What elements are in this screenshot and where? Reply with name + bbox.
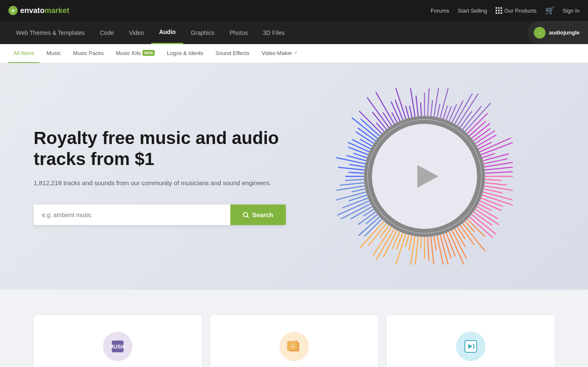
hero-content: Royalty free music and audio tracks from… — [34, 128, 286, 225]
svg-line-61 — [440, 235, 448, 265]
svg-line-49 — [472, 215, 496, 234]
packs-icon-svg: ♫ — [287, 339, 302, 354]
svg-line-83 — [366, 215, 377, 223]
hero-section: Royalty free music and audio tracks from… — [0, 63, 588, 290]
audiojungle-text: audiojungle — [549, 29, 580, 36]
svg-line-95 — [345, 180, 364, 181]
nav-3d-files[interactable]: 3D Files — [256, 21, 292, 44]
svg-line-92 — [352, 189, 365, 192]
nav-photos[interactable]: Photos — [222, 21, 256, 44]
svg-line-63 — [434, 236, 436, 250]
svg-line-16 — [455, 94, 472, 124]
svg-line-34 — [485, 167, 513, 170]
svg-text:♪: ♪ — [539, 31, 541, 35]
envato-text: envatomarket — [20, 6, 69, 15]
search-icon — [243, 212, 249, 218]
svg-line-98 — [338, 168, 364, 170]
audiojungle-badge[interactable]: ♪ audiojungle — [527, 21, 588, 44]
svg-line-118 — [391, 102, 400, 121]
main-navigation: Web Themes & Templates Code Video Audio … — [0, 21, 588, 44]
svg-line-125 — [420, 103, 421, 115]
svg-line-77 — [373, 228, 391, 256]
envato-logo[interactable]: e envatomarket — [8, 6, 69, 15]
svg-line-10 — [437, 104, 440, 117]
nav-code[interactable]: Code — [92, 21, 121, 44]
svg-line-122 — [409, 106, 411, 117]
forums-link[interactable]: Forums — [431, 8, 449, 14]
subnav-all-items[interactable]: All Items — [8, 44, 40, 63]
audiojungle-icon: ♪ — [536, 29, 543, 37]
svg-line-43 — [481, 198, 503, 207]
svg-line-74 — [392, 232, 400, 248]
svg-line-97 — [349, 173, 364, 173]
nav-audio[interactable]: Audio — [151, 21, 183, 44]
svg-line-14 — [449, 105, 456, 121]
svg-line-7 — [427, 88, 429, 115]
start-selling-link[interactable]: Start Selling — [458, 8, 487, 14]
svg-line-40 — [484, 189, 502, 193]
svg-line-109 — [352, 118, 377, 138]
audiojungle-logo-circle: ♪ — [534, 27, 546, 39]
music-card: MUSIC Music Royalty-free music clips for… — [34, 315, 202, 367]
svg-line-55 — [457, 228, 464, 239]
subnav-logos-idents[interactable]: Logos & Idents — [162, 44, 208, 63]
subnav-sound-effects[interactable]: Sound Effects — [211, 44, 255, 63]
sound-effects-card: Sound Effects All the Sound Effects for … — [387, 315, 555, 367]
sub-navigation: All Items Music Music Packs Music Kits N… — [0, 44, 588, 63]
hero-title: Royalty free music and audio tracks from… — [34, 128, 286, 170]
search-button[interactable]: Search — [230, 204, 286, 225]
svg-line-50 — [469, 217, 492, 238]
sign-in-button[interactable]: Sign In — [563, 8, 580, 14]
grid-icon — [496, 7, 502, 14]
svg-line-68 — [414, 237, 418, 265]
svg-line-103 — [348, 147, 367, 155]
cards-section: MUSIC Music Royalty-free music clips for… — [0, 290, 588, 367]
nav-graphics[interactable]: Graphics — [183, 21, 222, 44]
svg-line-82 — [359, 217, 379, 236]
top-navigation: e envatomarket Forums Start Selling Our … — [0, 0, 588, 21]
svg-line-115 — [383, 113, 391, 126]
svg-line-116 — [376, 92, 394, 123]
svg-line-60 — [443, 234, 451, 258]
svg-text:e: e — [12, 8, 15, 13]
new-badge: NEW — [142, 50, 155, 56]
music-packs-card-icon: ♫ — [279, 332, 309, 361]
svg-line-12 — [443, 106, 447, 118]
svg-line-41 — [483, 192, 512, 200]
svg-line-124 — [416, 96, 418, 116]
svg-line-79 — [368, 224, 386, 246]
our-products-menu[interactable]: Our Products — [496, 7, 537, 14]
nav-video[interactable]: Video — [121, 21, 152, 44]
svg-line-71 — [406, 235, 409, 246]
svg-line-119 — [395, 100, 403, 120]
svg-line-8 — [431, 101, 432, 116]
svg-text:MUSIC: MUSIC — [110, 343, 125, 350]
svg-line-99 — [350, 165, 364, 167]
svg-line-121 — [406, 106, 409, 118]
nav-web-themes[interactable]: Web Themes & Templates — [8, 21, 92, 44]
music-card-icon: MUSIC — [103, 332, 132, 361]
svg-line-94 — [340, 183, 364, 185]
visualization-svg — [336, 88, 513, 265]
svg-line-93 — [336, 186, 364, 191]
subnav-video-maker[interactable]: Video Maker ↗ — [256, 44, 302, 63]
svg-line-80 — [360, 222, 383, 247]
subnav-music-kits[interactable]: Music Kits NEW — [111, 44, 160, 63]
svg-line-5 — [247, 216, 248, 218]
svg-line-78 — [380, 225, 388, 237]
subnav-music-packs[interactable]: Music Packs — [68, 44, 109, 63]
svg-line-100 — [336, 157, 365, 164]
svg-line-76 — [376, 229, 394, 260]
sound-effects-card-icon — [456, 332, 485, 361]
music-icon-svg: MUSIC — [110, 339, 125, 354]
main-nav-items: Web Themes & Templates Code Video Audio … — [8, 21, 292, 44]
music-packs-card: ♫ Music Packs Different tracks related t… — [210, 315, 378, 367]
svg-text:♫: ♫ — [290, 342, 295, 349]
cart-icon[interactable]: 🛒 — [545, 6, 554, 15]
svg-line-102 — [353, 153, 366, 157]
envato-logo-icon: e — [8, 6, 18, 15]
search-input[interactable] — [34, 204, 230, 225]
svg-line-111 — [359, 111, 381, 133]
subnav-music[interactable]: Music — [42, 44, 66, 63]
svg-line-37 — [485, 180, 501, 181]
